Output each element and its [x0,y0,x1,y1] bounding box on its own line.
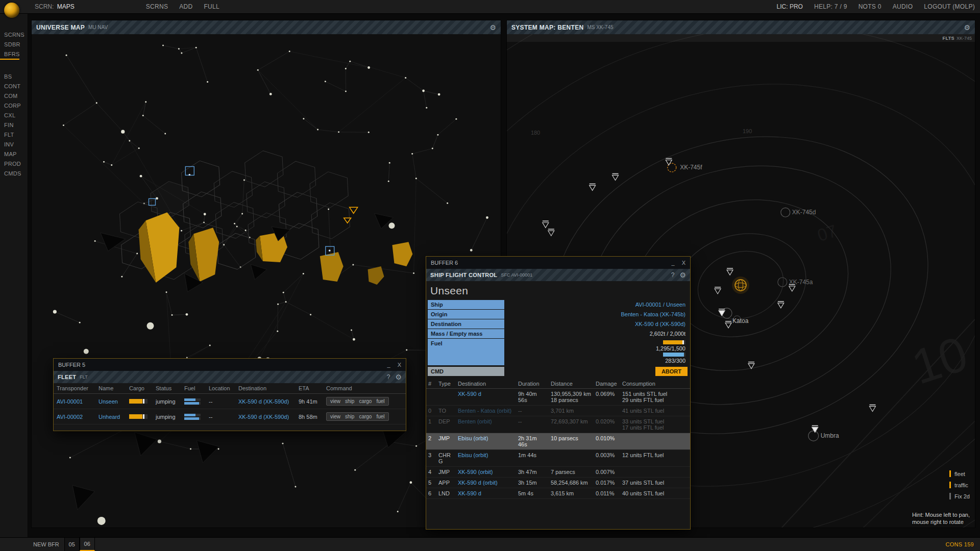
star-dot[interactable] [345,91,347,92]
ship-icon[interactable] [666,159,672,165]
star-dot[interactable] [186,313,188,316]
destination-link[interactable]: XK-590 d (XK-590d) [238,414,289,420]
star-dot[interactable] [234,223,235,224]
ship-name-link[interactable]: Unheard [99,414,120,420]
ship-icon[interactable] [725,321,731,328]
help-icon[interactable]: ? [671,271,675,279]
ship-button[interactable]: ship [344,398,356,404]
notifications-button[interactable]: NOTS 0 [859,3,881,10]
help-icon[interactable]: ? [387,373,390,381]
settings-icon[interactable]: ⚙ [489,24,496,31]
transponder-link[interactable]: AVI-00002 [57,414,83,420]
star-dot[interactable] [368,132,370,133]
star-dot[interactable] [432,147,433,149]
new-buffer-button[interactable]: NEW BFR [28,538,64,551]
star-dot[interactable] [486,216,488,219]
star-dot[interactable] [79,322,81,323]
star-dot[interactable] [310,314,311,315]
segment-dest-link[interactable]: XK-590 d [458,490,481,496]
segment-row-selected[interactable]: 2 JMP Ebisu (orbit) 2h 31m 46s 10 parsec… [426,433,690,450]
segment-dest-link[interactable]: Ebisu (orbit) [458,452,488,458]
ship-icon[interactable] [778,302,784,308]
sidebar-item-com[interactable]: COM [0,91,28,101]
star-dot[interactable] [129,140,130,141]
star-dot[interactable] [388,181,389,182]
star-dot[interactable] [111,164,112,166]
segment-dest-link[interactable]: Benten - Katoa (orbit) [458,408,511,414]
fuel-button[interactable]: fuel [375,398,386,404]
star-dot[interactable] [345,68,347,69]
star-dot[interactable] [270,93,272,95]
star-dot[interactable] [325,81,326,82]
transponder-link[interactable]: AVI-00001 [57,398,83,405]
star-dot[interactable] [66,55,67,56]
sidebar-item-fin[interactable]: FIN [0,120,28,130]
settings-icon[interactable]: ⚙ [395,373,402,381]
segment-dest-link[interactable]: XK-590 (orbit) [458,469,493,475]
sidebar-item-scrns[interactable]: SCRNS [0,30,28,40]
star-dot[interactable] [282,443,283,444]
star-dot[interactable] [352,264,354,266]
star-dot[interactable] [138,147,140,149]
apex-logo-icon[interactable] [4,3,19,18]
fuel-button[interactable]: fuel [375,414,386,419]
star-dot[interactable] [438,93,440,96]
sidebar-item-corp[interactable]: CORP [0,101,28,111]
star-dot[interactable] [303,273,304,274]
star-dot[interactable] [236,226,238,227]
star-dot[interactable] [410,481,412,484]
star-dot[interactable] [158,440,161,443]
sidebar-item-cmds[interactable]: CMDS [0,169,28,179]
star-dot[interactable] [103,161,105,163]
sidebar-item-flt[interactable]: FLT [0,130,28,140]
screens-button[interactable]: SCRNS [146,3,168,10]
ship-name-link[interactable]: Unseen [99,398,118,405]
minimize-icon[interactable]: _ [387,362,390,368]
star-dot[interactable] [328,209,329,210]
star-dot[interactable] [415,445,417,447]
ship-icon[interactable] [590,184,596,190]
destination-link[interactable]: XK-590 d (XK-590d) [238,398,289,405]
star-dot[interactable] [283,292,284,293]
ship-icon[interactable] [719,309,725,316]
cargo-button[interactable]: cargo [357,398,373,404]
star-dot[interactable] [277,331,278,332]
ship-icon[interactable] [727,268,733,275]
star-dot[interactable] [243,179,245,181]
star-dot[interactable] [121,130,125,134]
star-dot[interactable] [303,118,304,119]
star-dot[interactable] [241,213,243,215]
star-dot[interactable] [195,47,197,48]
star-dot[interactable] [207,81,208,83]
segment-dest-link[interactable]: Benten (orbit) [458,418,492,424]
audio-button[interactable]: AUDIO [893,3,913,10]
ship-icon[interactable] [869,405,875,411]
star-dot[interactable] [415,178,417,179]
add-button[interactable]: ADD [179,3,192,10]
star-dot[interactable] [223,244,225,245]
buffer5-titlebar[interactable]: BUFFER 5 _ X [54,359,406,371]
buffer6-titlebar[interactable]: BUFFER 6 _ X [426,257,690,269]
segment-dest-link[interactable]: XK-590 d [458,391,481,397]
star-dot[interactable] [455,118,457,120]
cargo-button[interactable]: cargo [357,414,373,419]
star-dot[interactable] [204,213,206,215]
legend-fleet[interactable]: fleet [949,470,970,477]
star-dot[interactable] [162,44,164,46]
star-dot[interactable] [96,102,97,104]
body-label-katoa[interactable]: Katoa [732,317,749,324]
star-dot[interactable] [181,230,182,232]
star-dot[interactable] [145,101,146,103]
sidebar-item-sdbr[interactable]: SDBR [0,40,28,49]
settings-icon[interactable]: ⚙ [964,24,970,31]
star-dot[interactable] [397,511,399,512]
star-dot[interactable] [53,310,57,313]
star-dot[interactable] [354,469,356,471]
destination-value-link[interactable]: XK-590 d (XK-590d) [635,321,685,327]
star-dot[interactable] [349,61,351,62]
star-dot[interactable] [94,240,96,242]
sidebar-item-cxl[interactable]: CXL [0,111,28,120]
star-dot[interactable] [351,330,352,331]
star-dot[interactable] [257,69,259,71]
origin-value-link[interactable]: Benten - Katoa (XK-745b) [621,311,685,317]
